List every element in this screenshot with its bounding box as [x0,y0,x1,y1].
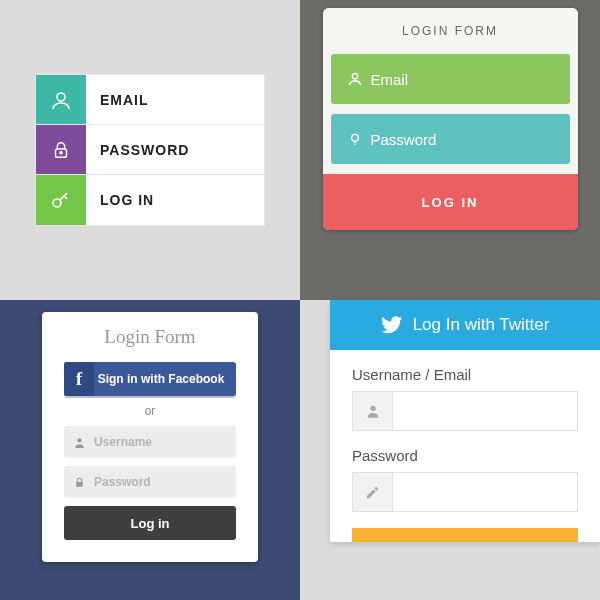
key-icon [36,175,86,225]
login-form-2: LOGIN FORM Email Password LOG IN [323,8,578,230]
login-button[interactable]: Log in [64,506,236,540]
svg-rect-7 [76,481,83,486]
svg-point-4 [352,74,357,79]
email-placeholder: Email [371,71,409,88]
user-icon [64,436,94,449]
password-input[interactable]: Password [64,466,236,498]
email-input[interactable]: Email [331,54,570,104]
pencil-icon [353,473,393,511]
bulb-icon [347,131,371,147]
submit-button[interactable] [352,528,578,542]
facebook-icon: f [64,362,94,396]
form-title: LOGIN FORM [323,8,578,54]
facebook-label: Sign in with Facebook [94,372,236,386]
password-placeholder: Password [94,475,151,489]
user-icon [347,71,371,87]
twitter-icon [381,314,403,336]
email-row[interactable]: EMAIL [36,75,264,125]
twitter-label: Log In with Twitter [413,315,550,335]
login-form-4: Log In with Twitter Username / Email Pas… [330,300,600,542]
svg-point-2 [60,151,62,153]
user-icon [353,392,393,430]
password-input[interactable]: Password [331,114,570,164]
svg-point-3 [53,199,61,207]
lock-icon [36,125,86,174]
login-button[interactable]: LOG IN [36,175,264,225]
twitter-login-button[interactable]: Log In with Twitter [330,300,600,350]
lock-icon [64,476,94,489]
password-placeholder: Password [371,131,437,148]
email-label: EMAIL [86,75,264,124]
username-placeholder: Username [94,435,152,449]
facebook-login-button[interactable]: f Sign in with Facebook [64,362,236,396]
or-divider: or [64,404,236,418]
password-label: Password [352,447,578,464]
username-input[interactable]: Username [64,426,236,458]
password-input[interactable] [352,472,578,512]
password-row[interactable]: PASSWORD [36,125,264,175]
svg-point-0 [57,93,65,101]
svg-point-5 [351,134,358,141]
svg-point-8 [370,406,375,411]
login-form-3: Login Form f Sign in with Facebook or Us… [42,312,258,562]
login-form-1: EMAIL PASSWORD LOG IN [35,74,265,226]
login-label: LOG IN [86,175,264,225]
password-label: PASSWORD [86,125,264,174]
login-button[interactable]: LOG IN [323,174,578,230]
user-icon [36,75,86,124]
username-label: Username / Email [352,366,578,383]
form-title: Login Form [64,326,236,348]
svg-point-6 [77,438,81,442]
username-input[interactable] [352,391,578,431]
